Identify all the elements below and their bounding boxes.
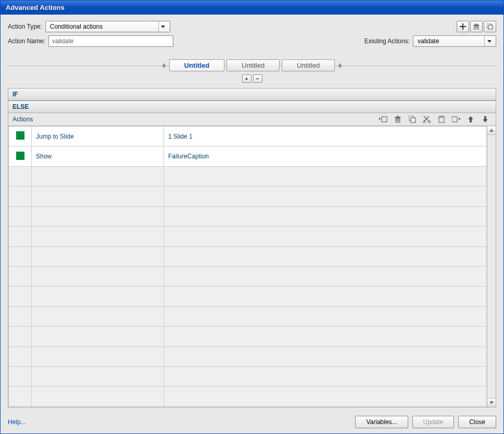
action-cell[interactable] xyxy=(32,346,164,366)
param-cell[interactable] xyxy=(164,327,487,346)
actions-grid: Jump to Slide1 Slide 1ShowFailureCaption xyxy=(8,126,496,407)
grid-scrollbar[interactable] xyxy=(487,126,496,407)
svg-rect-4 xyxy=(411,118,415,122)
action-type-select[interactable]: Conditional actions xyxy=(45,21,170,32)
action-cell[interactable]: Show xyxy=(32,146,164,166)
param-cell[interactable]: 1 Slide 1 xyxy=(164,127,487,146)
remove-decision-button[interactable]: − xyxy=(253,75,262,83)
action-cell[interactable] xyxy=(32,206,164,226)
add-row-icon[interactable] xyxy=(377,114,389,125)
move-up-icon[interactable] xyxy=(465,114,476,125)
table-row[interactable] xyxy=(9,206,487,226)
action-cell[interactable] xyxy=(32,306,164,326)
decision-tab-1[interactable]: Untitled xyxy=(169,59,224,71)
dropdown-arrow-icon xyxy=(484,36,494,46)
action-cell[interactable] xyxy=(32,327,164,346)
action-name-label: Action Name: xyxy=(8,38,45,45)
update-button[interactable]: Update xyxy=(412,416,455,428)
action-cell[interactable] xyxy=(32,387,164,407)
actions-label: Actions xyxy=(12,116,33,123)
action-cell[interactable]: Jump to Slide xyxy=(32,127,164,146)
status-square-icon xyxy=(16,131,24,140)
param-cell[interactable] xyxy=(164,287,487,306)
variables-button[interactable]: Variables... xyxy=(355,416,408,428)
param-cell[interactable] xyxy=(164,246,487,266)
cut-row-icon[interactable] xyxy=(421,114,433,125)
param-cell[interactable] xyxy=(164,306,487,326)
svg-point-6 xyxy=(429,121,431,123)
row-indicator xyxy=(9,246,32,266)
svg-rect-7 xyxy=(439,117,444,122)
param-cell[interactable] xyxy=(164,346,487,366)
svg-rect-2 xyxy=(382,117,387,122)
else-header[interactable]: ELSE xyxy=(8,101,496,113)
param-cell[interactable] xyxy=(164,387,487,407)
action-name-input[interactable] xyxy=(48,35,173,47)
row-indicator xyxy=(9,187,32,206)
action-type-value: Conditional actions xyxy=(50,23,155,30)
table-row[interactable] xyxy=(9,246,487,266)
action-cell[interactable] xyxy=(32,166,164,186)
param-cell[interactable] xyxy=(164,166,487,186)
actions-table: Jump to Slide1 Slide 1ShowFailureCaption xyxy=(8,126,487,407)
decision-tab-3[interactable]: Untitled xyxy=(282,59,335,71)
dialog-footer: Help... Variables... Update Close xyxy=(8,413,496,428)
decision-tabs: Untitled Untitled Untitled xyxy=(8,59,496,71)
param-cell[interactable] xyxy=(164,187,487,206)
tabs-scroll-left[interactable] xyxy=(160,62,167,69)
row-indicator xyxy=(9,206,32,226)
row-indicator xyxy=(9,327,32,346)
help-link[interactable]: Help... xyxy=(8,418,26,426)
action-cell[interactable] xyxy=(32,266,164,286)
param-cell[interactable] xyxy=(164,227,487,246)
status-square-icon xyxy=(16,152,24,160)
table-row[interactable]: Jump to Slide1 Slide 1 xyxy=(9,127,487,146)
action-cell[interactable] xyxy=(32,287,164,306)
param-cell[interactable] xyxy=(164,266,487,286)
svg-rect-9 xyxy=(452,117,457,122)
action-cell[interactable] xyxy=(32,187,164,206)
action-cell[interactable] xyxy=(32,367,164,387)
table-row[interactable] xyxy=(9,367,487,387)
row-indicator xyxy=(9,146,32,166)
title-bar: Advanced Actions xyxy=(1,1,503,15)
table-row[interactable] xyxy=(9,387,487,407)
table-row[interactable] xyxy=(9,227,487,246)
action-cell[interactable] xyxy=(32,246,164,266)
table-row[interactable] xyxy=(9,187,487,206)
close-button[interactable]: Close xyxy=(458,416,496,428)
add-decision-button[interactable]: + xyxy=(242,75,251,83)
action-cell[interactable] xyxy=(32,227,164,246)
tabs-scroll-right[interactable] xyxy=(337,62,344,69)
table-row[interactable] xyxy=(9,306,487,326)
existing-actions-label: Existing Actions: xyxy=(364,38,410,45)
param-cell[interactable]: FailureCaption xyxy=(164,146,487,166)
param-cell[interactable] xyxy=(164,206,487,226)
table-row[interactable] xyxy=(9,346,487,366)
if-header[interactable]: IF xyxy=(8,89,496,101)
scroll-track[interactable] xyxy=(487,135,496,398)
insert-row-icon[interactable] xyxy=(450,114,462,125)
duplicate-action-button[interactable] xyxy=(484,21,496,32)
table-row[interactable] xyxy=(9,327,487,346)
scroll-up-icon[interactable] xyxy=(487,126,496,135)
table-row[interactable]: ShowFailureCaption xyxy=(9,146,487,166)
scroll-down-icon[interactable] xyxy=(487,398,496,407)
copy-row-icon[interactable] xyxy=(407,114,418,125)
advanced-actions-dialog: Advanced Actions Action Type: Conditiona… xyxy=(0,0,504,434)
decision-tab-2[interactable]: Untitled xyxy=(226,59,280,71)
delete-row-icon[interactable] xyxy=(392,114,404,125)
action-type-label: Action Type: xyxy=(8,23,42,30)
add-action-button[interactable] xyxy=(457,21,469,32)
existing-actions-select[interactable]: validate xyxy=(413,35,496,47)
param-cell[interactable] xyxy=(164,367,487,387)
paste-row-icon[interactable] xyxy=(436,114,447,125)
add-remove-decision: + − xyxy=(8,75,496,83)
existing-actions-value: validate xyxy=(418,38,481,45)
move-down-icon[interactable] xyxy=(480,114,491,125)
table-row[interactable] xyxy=(9,266,487,286)
table-row[interactable] xyxy=(9,287,487,306)
row-indicator xyxy=(9,306,32,326)
delete-action-button[interactable] xyxy=(470,21,483,32)
table-row[interactable] xyxy=(9,166,487,186)
